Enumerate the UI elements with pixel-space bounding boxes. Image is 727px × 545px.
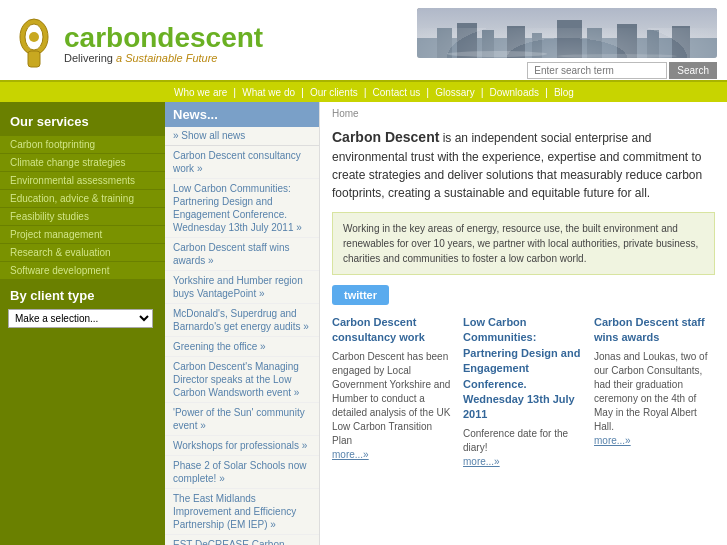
sidebar-item-education[interactable]: Education, advice & training	[0, 190, 165, 207]
sidebar-item-carbon-footprinting[interactable]: Carbon footprinting	[0, 136, 165, 153]
news-card-0-body: Carbon Descent has been engaged by Local…	[332, 350, 453, 448]
sidebar-item-feasibility[interactable]: Feasibility studies	[0, 208, 165, 225]
nav-sep-4: |	[426, 86, 429, 98]
content: Home Carbon Descent is an independent so…	[320, 102, 727, 545]
sidebar-item-research[interactable]: Research & evaluation	[0, 244, 165, 261]
sidebar: Our services Carbon footprinting Climate…	[0, 102, 165, 545]
news-card-0: Carbon Descent consultancy work Carbon D…	[332, 315, 453, 469]
search-input[interactable]	[527, 62, 667, 79]
logo-tagline: Delivering a Sustainable Future	[64, 52, 263, 64]
news-card-2: Carbon Descent staff wins awards Jonas a…	[594, 315, 715, 469]
show-all-news-link[interactable]: » Show all news	[165, 127, 319, 146]
news-card-1-body: Conference date for the diary!	[463, 427, 584, 455]
nav-sep-6: |	[545, 86, 548, 98]
news-item-7[interactable]: 'Power of the Sun' community event »	[165, 403, 319, 436]
svg-rect-11	[557, 20, 582, 58]
nav-bar: Who we are | What we do | Our clients | …	[0, 80, 727, 102]
nav-our-clients[interactable]: Our clients	[306, 87, 362, 98]
sidebar-item-environmental[interactable]: Environmental assessments	[0, 172, 165, 189]
svg-point-3	[29, 32, 39, 42]
logo-area: carbondescent Delivering a Sustainable F…	[12, 17, 263, 72]
svg-rect-2	[28, 51, 40, 67]
nav-glossary[interactable]: Glossary	[431, 87, 478, 98]
news-item-0[interactable]: Carbon Descent consultancy work »	[165, 146, 319, 179]
news-card-1-more[interactable]: more...»	[463, 456, 500, 467]
news-item-9[interactable]: Phase 2 of Solar Schools now complete! »	[165, 456, 319, 489]
nav-what-we-do[interactable]: What we do	[238, 87, 299, 98]
news-cards: Carbon Descent consultancy work Carbon D…	[332, 315, 715, 469]
news-item-5[interactable]: Greening the office »	[165, 337, 319, 357]
news-item-11[interactable]: EST DeCREASE Carbon Reduction Analysis »	[165, 535, 319, 545]
working-box: Working in the key areas of energy, reso…	[332, 212, 715, 275]
svg-rect-7	[457, 23, 477, 58]
nav-who-we-are[interactable]: Who we are	[170, 87, 231, 98]
sidebar-item-project[interactable]: Project management	[0, 226, 165, 243]
sidebar-services-title: Our services	[0, 110, 165, 135]
news-item-1[interactable]: Low Carbon Communities: Partnering Desig…	[165, 179, 319, 238]
nav-sep-1: |	[233, 86, 236, 98]
brand-name: Carbon Descent	[332, 129, 439, 145]
news-item-2[interactable]: Carbon Descent staff wins awards »	[165, 238, 319, 271]
sidebar-client-type-title: By client type	[0, 280, 165, 307]
news-column: News... » Show all news Carbon Descent c…	[165, 102, 320, 545]
svg-rect-9	[507, 26, 525, 58]
city-image	[417, 8, 717, 58]
news-card-2-more[interactable]: more...»	[594, 435, 631, 446]
news-card-2-title: Carbon Descent staff wins awards	[594, 315, 715, 346]
svg-rect-5	[417, 38, 717, 58]
logo-descent: descent	[157, 22, 263, 53]
nav-sep-2: |	[301, 86, 304, 98]
logo-carbon: carbon	[64, 22, 157, 53]
header: carbondescent Delivering a Sustainable F…	[0, 0, 727, 80]
news-card-2-body: Jonas and Loukas, two of our Carbon Cons…	[594, 350, 715, 434]
news-item-3[interactable]: Yorkshire and Humber region buys Vantage…	[165, 271, 319, 304]
client-type-select[interactable]: Make a selection...	[8, 309, 153, 328]
header-right: Search	[417, 8, 717, 79]
svg-rect-13	[617, 24, 637, 58]
logo-icon	[12, 17, 56, 72]
search-bar: Search	[527, 62, 717, 79]
breadcrumb: Home	[332, 108, 715, 119]
nav-sep-5: |	[481, 86, 484, 98]
logo-name: carbondescent	[64, 24, 263, 52]
svg-rect-8	[482, 30, 494, 58]
svg-rect-14	[647, 30, 659, 58]
news-header: News...	[165, 102, 319, 127]
news-card-0-title: Carbon Descent consultancy work	[332, 315, 453, 346]
nav-blog[interactable]: Blog	[550, 87, 578, 98]
news-item-10[interactable]: The East Midlands Improvement and Effici…	[165, 489, 319, 535]
intro-text: Carbon Descent is an independent social …	[332, 127, 715, 202]
svg-point-17	[557, 54, 677, 58]
search-button[interactable]: Search	[669, 62, 717, 79]
svg-point-16	[447, 51, 547, 57]
svg-rect-12	[587, 28, 602, 58]
news-card-1-title: Low Carbon Communities: Partnering Desig…	[463, 315, 584, 423]
svg-rect-6	[437, 28, 452, 58]
nav-downloads[interactable]: Downloads	[486, 87, 543, 98]
news-item-6[interactable]: Carbon Descent's Managing Director speak…	[165, 357, 319, 403]
twitter-button[interactable]: twitter	[332, 285, 389, 305]
news-item-8[interactable]: Workshops for professionals »	[165, 436, 319, 456]
news-card-1: Low Carbon Communities: Partnering Desig…	[463, 315, 584, 469]
svg-rect-10	[532, 33, 542, 58]
sidebar-item-software[interactable]: Software development	[0, 262, 165, 279]
nav-contact-us[interactable]: Contact us	[369, 87, 425, 98]
svg-rect-15	[672, 26, 690, 58]
nav-sep-3: |	[364, 86, 367, 98]
news-card-0-more[interactable]: more...»	[332, 449, 369, 460]
sidebar-item-climate-change[interactable]: Climate change strategies	[0, 154, 165, 171]
logo-text: carbondescent Delivering a Sustainable F…	[64, 24, 263, 64]
news-item-4[interactable]: McDonald's, Superdrug and Barnardo's get…	[165, 304, 319, 337]
main: Our services Carbon footprinting Climate…	[0, 102, 727, 545]
svg-rect-4	[417, 8, 717, 58]
